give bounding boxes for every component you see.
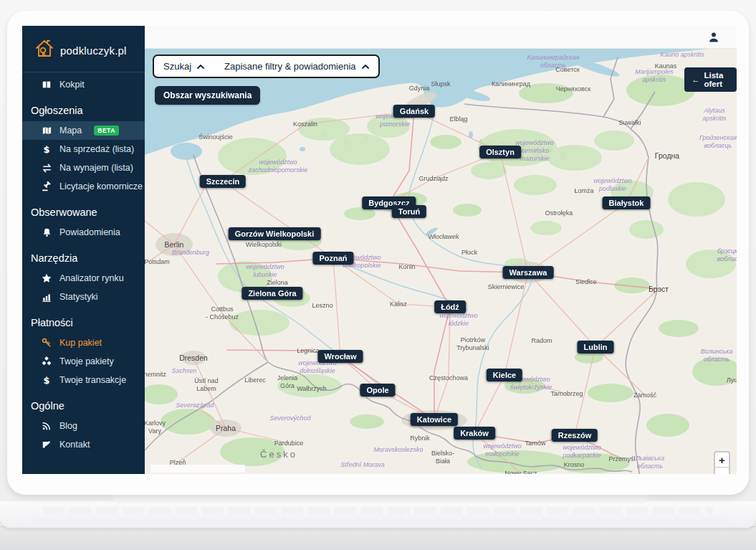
search-area-button[interactable]: Obszar wyszukiwania: [155, 86, 260, 105]
chevron-up-icon: [362, 65, 369, 69]
city-marker-olsztyn[interactable]: Olsztyn: [479, 146, 521, 158]
cubes-icon: [41, 356, 52, 367]
sidebar-divider: [22, 72, 145, 72]
city-marker-poznań[interactable]: Poznań: [312, 252, 353, 265]
app-header: [145, 26, 737, 49]
sidebar-item-licytacje-komornicze[interactable]: Licytacje komornicze: [22, 177, 145, 196]
city-marker-warszawa[interactable]: Warszawa: [503, 266, 554, 279]
sidebar-item-label: Kokpit: [59, 80, 85, 90]
saved-filters-dropdown[interactable]: Zapisane filtry & powiadomienia: [224, 61, 369, 72]
laptop-keyboard-row: [43, 507, 713, 516]
star-icon: [41, 272, 52, 284]
bell-icon: [41, 227, 52, 238]
offer-list-label: Lista ofert: [704, 71, 730, 88]
map-search-toolbar: Szukaj Zapisane filtry & powiadomienia: [153, 54, 380, 78]
sidebar-item-na-sprzedaż-lista-[interactable]: $Na sprzedaż (lista): [22, 140, 145, 158]
laptop-keyboard-row: [32, 517, 724, 526]
search-dropdown[interactable]: Szukaj: [163, 61, 204, 72]
sidebar-section-og-oszenia: Ogłoszenia: [22, 94, 145, 121]
sidebar-item-kontakt[interactable]: Kontakt: [22, 435, 145, 454]
dashboard-icon: [41, 79, 52, 90]
sidebar-item-na-wynajem-lista-[interactable]: Na wynajem (lista): [22, 158, 145, 177]
city-marker-gdańsk[interactable]: Gdańsk: [393, 105, 435, 118]
saved-filters-label: Zapisane filtry & powiadomienia: [224, 61, 356, 72]
house-key-logo-icon: [34, 39, 55, 62]
exchange-icon: [41, 162, 52, 174]
zoom-in-button[interactable]: +: [714, 451, 730, 468]
dollar-icon: $: [41, 374, 52, 386]
city-marker-lublin[interactable]: Lublin: [578, 341, 614, 354]
map-attribution: [150, 465, 245, 473]
offer-list-button[interactable]: ← Lista ofert: [684, 67, 737, 92]
chart-icon: [41, 291, 52, 303]
city-marker-katowice[interactable]: Katowice: [411, 413, 458, 426]
sidebar-item-statystyki[interactable]: Statystyki: [22, 288, 145, 306]
search-dropdown-label: Szukaj: [163, 61, 191, 72]
left-arrow-icon: ←: [692, 75, 700, 84]
sidebar-section-og-lne: Ogólne: [22, 389, 145, 417]
beta-badge: BETA: [94, 125, 119, 136]
laptop-bezel: podkluczyk.pl KokpitOgłoszeniaMapaBETA$N…: [7, 11, 749, 495]
city-marker-białystok[interactable]: Białystok: [603, 196, 651, 209]
chevron-up-icon: [197, 65, 204, 69]
gavel-icon: [41, 181, 52, 192]
sidebar-item-blog[interactable]: Blog: [22, 417, 145, 435]
city-marker-szczecin[interactable]: Szczecin: [200, 175, 246, 188]
app-screen: podkluczyk.pl KokpitOgłoszeniaMapaBETA$N…: [22, 26, 737, 474]
desk-surface: [0, 526, 756, 550]
city-marker-gorzów-wielkopolski[interactable]: Gorzów Wielkopolski: [229, 227, 321, 240]
city-marker-toruń[interactable]: Toruń: [392, 205, 426, 218]
sidebar-item-label: Na wynajem (lista): [59, 163, 133, 173]
sidebar-item-kup-pakiet[interactable]: Kup pakiet: [22, 333, 145, 352]
sidebar-item-label: Licytacje komornicze: [59, 181, 143, 191]
brand-name: podkluczyk.pl: [60, 44, 127, 57]
sidebar-section-p-atno-ci: Płatności: [22, 306, 145, 333]
sidebar-item-label: Kup pakiet: [59, 338, 102, 348]
contact-icon: [41, 439, 52, 450]
map-canvas[interactable]: SłupskGdyniaElblągКалининградЧерняховскС…: [145, 49, 737, 474]
city-marker-kielce[interactable]: Kielce: [487, 369, 522, 381]
sidebar-item-label: Twoje pakiety: [59, 356, 114, 366]
city-marker-rzeszów[interactable]: Rzeszów: [552, 429, 598, 442]
sidebar-item-powiadomienia[interactable]: Powiadomienia: [22, 223, 145, 242]
sidebar-item-label: Mapa: [59, 125, 82, 136]
sidebar-item-mapa[interactable]: MapaBETA: [22, 121, 145, 140]
blog-icon: [41, 420, 52, 432]
map-icon: [41, 125, 52, 136]
sidebar-section-narz-dzia: Narzędzia: [22, 242, 145, 269]
city-marker-opole[interactable]: Opole: [360, 384, 395, 397]
map-zoom-control: +: [714, 451, 730, 474]
sidebar-item-twoje-transakcje[interactable]: $Twoje transakcje: [22, 371, 145, 389]
sidebar-item-label: Analizator rynku: [59, 273, 124, 283]
zoom-out-button-partial[interactable]: [714, 468, 730, 474]
sidebar-item-label: Na sprzedaż (lista): [59, 144, 134, 154]
map-base-layer: [145, 49, 737, 474]
sidebar-item-label: Kontakt: [59, 440, 90, 450]
sidebar-item-label: Twoje transakcje: [59, 375, 126, 385]
sidebar-section-obserwowane: Obserwowane: [22, 196, 145, 223]
sidebar: podkluczyk.pl KokpitOgłoszeniaMapaBETA$N…: [22, 26, 145, 474]
city-marker-wrocław[interactable]: Wrocław: [317, 350, 363, 363]
sidebar-item-twoje-pakiety[interactable]: Twoje pakiety: [22, 352, 145, 371]
sidebar-item-label: Blog: [59, 421, 77, 431]
sidebar-item-label: Statystyki: [59, 292, 98, 302]
sidebar-item-kokpit[interactable]: Kokpit: [22, 75, 145, 94]
user-account-icon[interactable]: [708, 32, 719, 43]
dollar-icon: $: [41, 143, 52, 155]
key-icon: [41, 337, 52, 349]
brand-logo[interactable]: podkluczyk.pl: [22, 26, 145, 72]
city-marker-zielona-góra[interactable]: Zielona Góra: [241, 287, 302, 300]
city-marker-łódź[interactable]: Łódź: [434, 300, 466, 313]
city-marker-kraków[interactable]: Kraków: [454, 427, 495, 440]
sidebar-item-label: Powiadomienia: [59, 227, 120, 237]
sidebar-item-analizator-rynku[interactable]: Analizator rynku: [22, 269, 145, 288]
